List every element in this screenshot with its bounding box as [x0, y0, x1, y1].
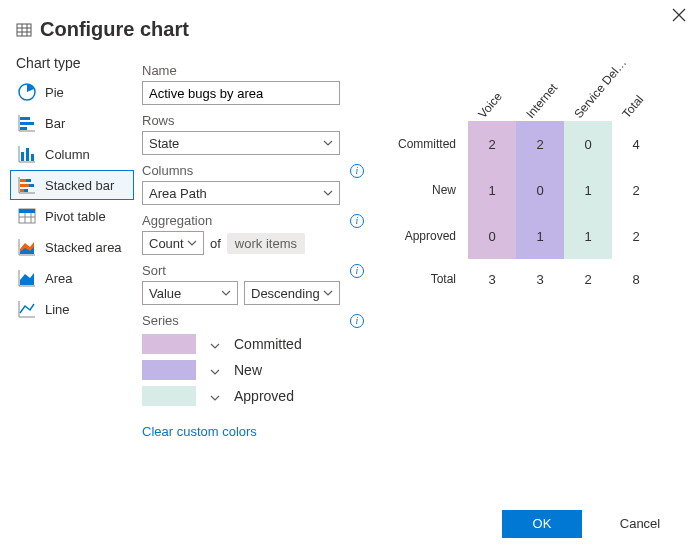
- svg-rect-10: [20, 127, 27, 130]
- column-header: Voice: [475, 75, 517, 121]
- table-cell: 1: [564, 213, 612, 259]
- svg-rect-15: [31, 154, 34, 161]
- rows-select[interactable]: State: [142, 131, 340, 155]
- svg-rect-22: [20, 189, 24, 192]
- table-cell: 2: [612, 167, 660, 213]
- info-icon[interactable]: i: [350, 264, 364, 278]
- table-cell: 3: [516, 259, 564, 299]
- chart-type-label: Column: [45, 147, 90, 162]
- row-header: Total: [388, 259, 468, 299]
- column-icon: [17, 144, 37, 164]
- chart-type-label: Stacked area: [45, 240, 122, 255]
- sort-by-select[interactable]: Value: [142, 281, 238, 305]
- table-cell: 0: [516, 167, 564, 213]
- workitems-pill: work items: [227, 233, 305, 254]
- table-cell: 2: [516, 121, 564, 167]
- chart-type-area[interactable]: Area: [10, 263, 134, 293]
- chart-type-column[interactable]: Column: [10, 139, 134, 169]
- chart-type-label: Pivot table: [45, 209, 106, 224]
- aggregation-select[interactable]: Count: [142, 231, 204, 255]
- name-input[interactable]: [142, 81, 340, 105]
- table-cell: 1: [468, 167, 516, 213]
- chevron-down-icon: [221, 288, 231, 298]
- chart-type-label: Stacked bar: [45, 178, 114, 193]
- table-row: Committed 2 2 0 4: [388, 121, 660, 167]
- chart-type-label: Line: [45, 302, 70, 317]
- name-label: Name: [142, 63, 364, 78]
- close-icon[interactable]: [668, 4, 690, 30]
- cancel-button[interactable]: Cancel: [600, 510, 680, 538]
- color-swatch[interactable]: [142, 360, 196, 380]
- area-icon: [17, 268, 37, 288]
- line-icon: [17, 299, 37, 319]
- svg-rect-13: [21, 152, 24, 161]
- svg-rect-8: [20, 117, 30, 120]
- sort-by-value: Value: [149, 286, 181, 301]
- chart-type-bar[interactable]: Bar: [10, 108, 134, 138]
- svg-rect-14: [26, 148, 29, 161]
- chevron-down-icon: [323, 188, 333, 198]
- rows-label: Rows: [142, 113, 175, 128]
- svg-rect-19: [26, 179, 31, 182]
- chart-type-label: Bar: [45, 116, 65, 131]
- info-icon[interactable]: i: [350, 314, 364, 328]
- table-cell: 0: [468, 213, 516, 259]
- table-cell: 1: [516, 213, 564, 259]
- dialog-header: Configure chart: [0, 0, 696, 41]
- chevron-down-icon[interactable]: [210, 365, 220, 375]
- dialog-footer: OK Cancel: [502, 510, 680, 538]
- of-label: of: [210, 236, 221, 251]
- ok-button[interactable]: OK: [502, 510, 582, 538]
- chevron-down-icon[interactable]: [210, 339, 220, 349]
- info-icon[interactable]: i: [350, 214, 364, 228]
- row-header: New: [388, 167, 468, 213]
- columns-label: Columns: [142, 163, 193, 178]
- svg-rect-23: [24, 189, 28, 192]
- table-cell: 0: [564, 121, 612, 167]
- sort-direction-select[interactable]: Descending: [244, 281, 340, 305]
- table-row: Total 3 3 2 8: [388, 259, 660, 299]
- chart-type-stacked-area[interactable]: Stacked area: [10, 232, 134, 262]
- color-swatch[interactable]: [142, 334, 196, 354]
- series-label: Series: [142, 313, 179, 328]
- sort-label: Sort: [142, 263, 166, 278]
- chart-type-line[interactable]: Line: [10, 294, 134, 324]
- table-row: Approved 0 1 1 2: [388, 213, 660, 259]
- table-icon: [16, 22, 32, 38]
- row-header: Committed: [388, 121, 468, 167]
- row-header: Approved: [388, 213, 468, 259]
- clear-custom-colors-link[interactable]: Clear custom colors: [142, 424, 364, 439]
- table-cell: 2: [612, 213, 660, 259]
- series-list: Committed New Approved: [142, 334, 364, 406]
- stacked-bar-icon: [17, 175, 37, 195]
- chart-type-pie[interactable]: Pie: [10, 77, 134, 107]
- chevron-down-icon: [323, 138, 333, 148]
- columns-select[interactable]: Area Path: [142, 181, 340, 205]
- info-icon[interactable]: i: [350, 164, 364, 178]
- dialog-title: Configure chart: [40, 18, 189, 41]
- chevron-down-icon: [323, 288, 333, 298]
- table-cell: 1: [564, 167, 612, 213]
- table-cell: 4: [612, 121, 660, 167]
- pie-icon: [17, 82, 37, 102]
- column-header: Total: [619, 75, 661, 121]
- table-cell: 8: [612, 259, 660, 299]
- color-swatch[interactable]: [142, 386, 196, 406]
- svg-rect-25: [19, 209, 35, 213]
- chart-type-pivot-table[interactable]: Pivot table: [10, 201, 134, 231]
- chart-type-heading: Chart type: [16, 55, 136, 71]
- table-cell: 2: [468, 121, 516, 167]
- columns-value: Area Path: [149, 186, 207, 201]
- svg-rect-20: [20, 184, 29, 187]
- svg-rect-0: [17, 24, 31, 36]
- series-item: Approved: [142, 386, 364, 406]
- column-header: Service Del…: [571, 75, 613, 121]
- chart-preview: Voice Internet Service Del… Total Commit…: [364, 55, 696, 299]
- table-row: New 1 0 1 2: [388, 167, 660, 213]
- series-item-label: Approved: [234, 388, 294, 404]
- svg-rect-18: [20, 179, 26, 182]
- pivot-table-icon: [17, 206, 37, 226]
- sort-direction-value: Descending: [251, 286, 320, 301]
- chart-type-stacked-bar[interactable]: Stacked bar: [10, 170, 134, 200]
- chevron-down-icon[interactable]: [210, 391, 220, 401]
